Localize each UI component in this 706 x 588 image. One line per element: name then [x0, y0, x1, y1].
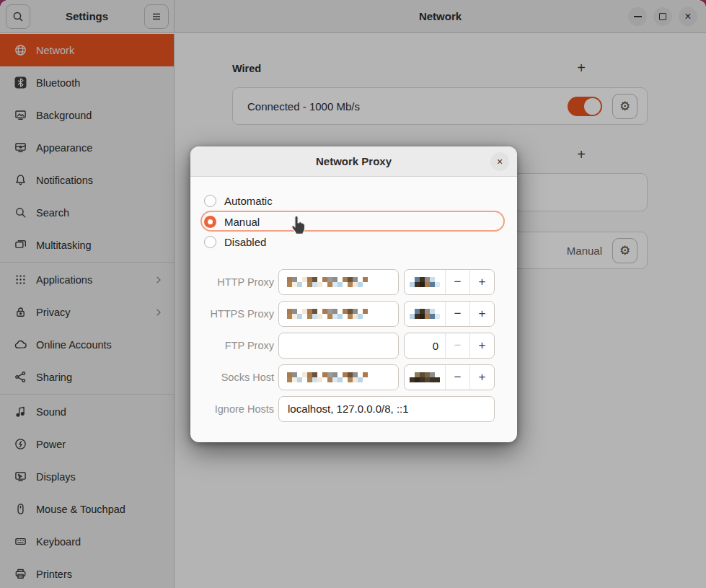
- dialog-headerbar: Network Proxy ×: [190, 146, 517, 177]
- socks-host-host-field[interactable]: [278, 364, 399, 390]
- http-proxy-port-increment-button[interactable]: +: [469, 270, 494, 294]
- https-proxy-port-decrement-button[interactable]: −: [445, 302, 469, 326]
- http-proxy-host-field[interactable]: [278, 269, 399, 295]
- ignore-hosts-row: Ignore Hosts localhost, 127.0.0.0/8, ::1: [190, 396, 517, 422]
- http-proxy-port-value[interactable]: [405, 270, 445, 294]
- redacted-pixelation: [287, 309, 368, 319]
- ftp-proxy-port-spinner: 0−+: [404, 333, 495, 359]
- radio-disabled[interactable]: Disabled: [204, 232, 266, 252]
- redacted-pixelation: [410, 309, 440, 319]
- radio-label: Disabled: [224, 236, 266, 248]
- socks-host-port-value[interactable]: [405, 365, 445, 390]
- dialog-close-button[interactable]: ×: [490, 152, 509, 171]
- http-proxy-row: HTTP Proxy−+: [190, 269, 517, 295]
- socks-host-port-increment-button[interactable]: +: [469, 365, 494, 390]
- close-icon: ×: [497, 156, 503, 167]
- ftp-proxy-row: FTP Proxy0−+: [190, 333, 517, 359]
- ftp-proxy-port-increment-button[interactable]: +: [469, 333, 494, 358]
- socks-host-label: Socks Host: [190, 364, 274, 390]
- http-proxy-port-spinner: −+: [404, 269, 495, 295]
- ftp-proxy-port-decrement-button: −: [445, 333, 469, 358]
- ftp-proxy-label: FTP Proxy: [190, 333, 274, 359]
- ignore-hosts-field[interactable]: localhost, 127.0.0.0/8, ::1: [278, 396, 495, 422]
- redacted-pixelation: [410, 277, 440, 287]
- radio-selected-icon: [204, 216, 216, 228]
- ignore-hosts-label: Ignore Hosts: [190, 396, 274, 422]
- dialog-title: Network Proxy: [316, 155, 392, 167]
- socks-host-port-spinner: −+: [404, 364, 495, 390]
- radio-icon: [204, 195, 216, 207]
- https-proxy-row: HTTPS Proxy−+: [190, 301, 517, 327]
- https-proxy-port-spinner: −+: [404, 301, 495, 327]
- radio-label: Manual: [224, 216, 260, 228]
- https-proxy-port-value[interactable]: [405, 302, 445, 326]
- ftp-proxy-port-value[interactable]: 0: [405, 333, 445, 358]
- redacted-pixelation: [410, 372, 440, 382]
- radio-label: Automatic: [224, 195, 273, 207]
- ftp-proxy-host-field[interactable]: [278, 333, 399, 359]
- network-proxy-dialog: Network Proxy × Automatic Manual Disable…: [190, 146, 517, 442]
- radio-manual[interactable]: Manual: [204, 211, 260, 232]
- settings-window: Settings Network × NetworkBluetoothBackg…: [0, 0, 706, 588]
- redacted-pixelation: [287, 277, 368, 287]
- http-proxy-port-decrement-button[interactable]: −: [445, 270, 469, 294]
- socks-host-row: Socks Host−+: [190, 364, 517, 390]
- https-proxy-label: HTTPS Proxy: [190, 301, 274, 327]
- radio-icon: [204, 236, 216, 248]
- redacted-pixelation: [287, 372, 368, 382]
- radio-automatic[interactable]: Automatic: [204, 190, 273, 211]
- socks-host-port-decrement-button[interactable]: −: [445, 365, 469, 390]
- http-proxy-label: HTTP Proxy: [190, 269, 274, 295]
- https-proxy-host-field[interactable]: [278, 301, 399, 327]
- https-proxy-port-increment-button[interactable]: +: [469, 302, 494, 326]
